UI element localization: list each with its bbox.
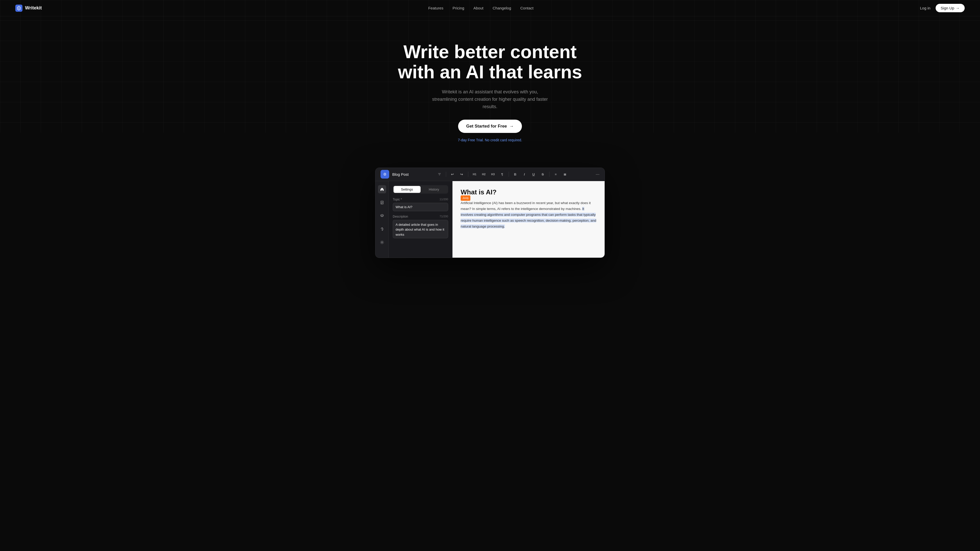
- sidebar-home-icon[interactable]: [378, 185, 386, 193]
- trial-note: 7-day Free Trial. No credit card require…: [5, 138, 975, 142]
- filter-button[interactable]: [436, 170, 443, 178]
- underline-button[interactable]: U: [530, 170, 538, 178]
- hero-subtitle: Writekit is an AI assistant that evolves…: [431, 88, 549, 110]
- navigation: Writekit Features Pricing About Changelo…: [0, 0, 980, 16]
- italic-button[interactable]: I: [520, 170, 528, 178]
- filter-icon: [438, 172, 441, 176]
- description-field-group: Description 71/200 A detailed article th…: [393, 215, 448, 239]
- app-preview-wrap: Blog Post ↩ ↪ H1 H2 H3: [0, 157, 980, 273]
- cta-label: Get Started for Free: [466, 124, 507, 129]
- toolbar-divider-3: [509, 171, 509, 177]
- login-button[interactable]: Log in: [920, 6, 931, 10]
- topic-field-group: Topic * 11/200: [393, 198, 448, 211]
- signup-arrow: →: [956, 6, 959, 10]
- logo-icon: [15, 5, 22, 12]
- sidebar-layers-icon[interactable]: [378, 212, 386, 220]
- signup-label: Sign Up: [941, 6, 954, 10]
- app-window: Blog Post ↩ ↪ H1 H2 H3: [375, 168, 605, 258]
- topic-label-row: Topic * 11/200: [393, 198, 448, 201]
- window-toolbar: Blog Post ↩ ↪ H1 H2 H3: [375, 168, 605, 181]
- nav-links: Features Pricing About Changelog Contact: [428, 6, 534, 10]
- sidebar-settings-icon[interactable]: [378, 238, 386, 246]
- strikethrough-button[interactable]: S: [539, 170, 547, 178]
- redo-button[interactable]: ↪: [458, 170, 466, 178]
- nav-link-features[interactable]: Features: [428, 6, 443, 10]
- h3-button[interactable]: H3: [489, 170, 497, 178]
- toolbar-divider-1: [446, 171, 446, 177]
- hero-title: Write better content with an AI that lea…: [388, 42, 592, 82]
- svg-point-5: [381, 241, 383, 243]
- svg-rect-2: [438, 174, 440, 175]
- editor-heading: What is AI?: [461, 188, 597, 196]
- paragraph-button[interactable]: ¶: [498, 170, 506, 178]
- topic-input[interactable]: [393, 203, 448, 211]
- undo-button[interactable]: ↩: [449, 170, 456, 178]
- nav-link-pricing[interactable]: Pricing: [452, 6, 464, 10]
- signup-button[interactable]: Sign Up →: [935, 4, 965, 12]
- nav-link-about[interactable]: About: [473, 6, 484, 10]
- app-sidebar: [375, 181, 389, 258]
- app-logo-small: [380, 170, 389, 179]
- brand-logo[interactable]: Writekit: [15, 5, 42, 12]
- app-logo-icon: [383, 172, 387, 176]
- svg-rect-3: [439, 175, 440, 175]
- h1-button[interactable]: H1: [471, 170, 479, 178]
- editor-area[interactable]: What is AI? Jordy Artificial Intelligenc…: [452, 181, 605, 258]
- hero-cta-wrap: Get Started for Free → 7-day Free Trial.…: [5, 120, 975, 142]
- editor-text-part1: Artificial Intelligence (AI): [461, 201, 499, 205]
- cursor-indicator: Jordy Artificial Intelligence (AI): [461, 201, 499, 205]
- desc-count: 71/200: [439, 215, 448, 218]
- sidebar-launch-icon[interactable]: [378, 225, 386, 233]
- toolbar-right: ···: [596, 171, 600, 177]
- ordered-list-button[interactable]: ≣: [561, 170, 569, 178]
- nav-actions: Log in Sign Up →: [920, 4, 965, 12]
- bold-button[interactable]: B: [511, 170, 519, 178]
- desc-label: Description: [393, 215, 408, 218]
- nav-link-contact[interactable]: Contact: [520, 6, 534, 10]
- sidebar-docs-icon[interactable]: [378, 198, 386, 206]
- hero-section: Write better content with an AI that lea…: [0, 16, 980, 157]
- more-options-button[interactable]: ···: [596, 171, 600, 177]
- hero-title-line2: with an AI that learns: [398, 62, 582, 82]
- topic-count: 11/200: [439, 198, 448, 201]
- cta-button[interactable]: Get Started for Free →: [458, 120, 522, 133]
- editor-toolbar: ↩ ↪ H1 H2 H3 ¶ B I U S ≡ ≣: [436, 170, 569, 178]
- editor-paragraph: Jordy Artificial Intelligence (AI) has b…: [461, 200, 597, 230]
- brand-name: Writekit: [25, 5, 42, 11]
- desc-label-row: Description 71/200: [393, 215, 448, 218]
- tab-settings[interactable]: Settings: [393, 186, 421, 193]
- doc-title: Blog Post: [392, 172, 409, 176]
- hero-title-line1: Write better content: [404, 41, 577, 62]
- toolbar-left: Blog Post: [380, 170, 409, 179]
- app-body: Settings History Topic * 11/200 Descript…: [375, 181, 605, 258]
- left-panel: Settings History Topic * 11/200 Descript…: [389, 181, 452, 258]
- tab-history[interactable]: History: [421, 186, 448, 193]
- h2-button[interactable]: H2: [480, 170, 488, 178]
- panel-tabs: Settings History: [393, 185, 448, 194]
- topic-label: Topic *: [393, 198, 402, 201]
- description-input[interactable]: A detailed article that goes in depth ab…: [393, 220, 448, 238]
- toolbar-divider-2: [468, 171, 468, 177]
- svg-rect-1: [438, 173, 441, 173]
- cursor-user-label: Jordy: [461, 195, 470, 201]
- nav-link-changelog[interactable]: Changelog: [493, 6, 511, 10]
- cta-arrow: →: [509, 124, 514, 129]
- unordered-list-button[interactable]: ≡: [552, 170, 560, 178]
